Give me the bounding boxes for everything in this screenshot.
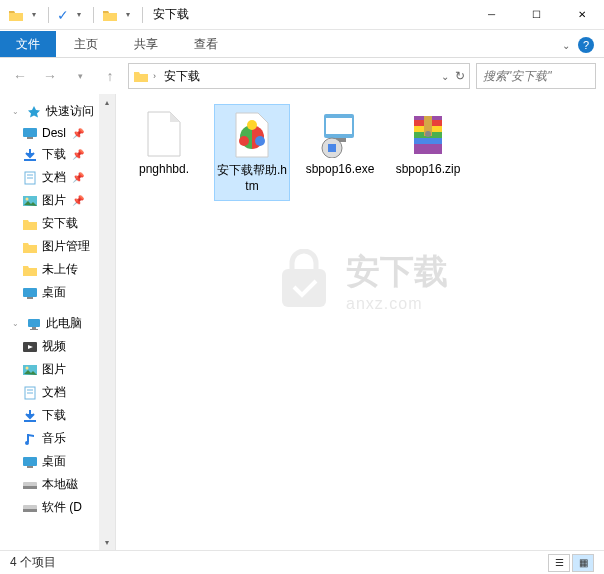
up-button[interactable]: ↑ [98, 64, 122, 88]
chevron-down-icon[interactable]: ⌄ [441, 71, 449, 82]
view-toggle: ☰ ▦ [548, 554, 594, 572]
sidebar-item[interactable]: 下载 [0, 404, 115, 427]
sidebar-item[interactable]: 未上传 [0, 258, 115, 281]
check-icon[interactable]: ✓ [57, 7, 69, 23]
qat-dropdown-icon[interactable]: ▾ [73, 10, 85, 19]
file-item[interactable]: 安下载帮助.htm [214, 104, 290, 201]
tab-view[interactable]: 查看 [176, 31, 236, 57]
scroll-down-icon[interactable]: ▾ [99, 534, 115, 550]
sidebar-item[interactable]: 图片📌 [0, 189, 115, 212]
sidebar-item[interactable]: 桌面 [0, 281, 115, 304]
svg-rect-19 [24, 420, 36, 422]
svg-point-20 [25, 441, 29, 445]
file-label: sbpop16.zip [396, 162, 461, 178]
quick-access-group[interactable]: ⌄快速访问 [0, 100, 115, 123]
svg-rect-43 [282, 269, 326, 307]
sidebar-item[interactable]: 图片 [0, 358, 115, 381]
quick-access-toolbar: ▾ ✓ ▾ ▾ [0, 7, 147, 23]
tab-file[interactable]: 文件 [0, 31, 56, 57]
file-list[interactable]: pnghhbd.安下载帮助.htmsbpop16.exesbpop16.zip … [116, 94, 604, 550]
svg-point-15 [26, 366, 29, 369]
svg-rect-0 [23, 128, 37, 137]
item-count: 4 个项目 [10, 554, 56, 571]
file-item[interactable]: pnghhbd. [126, 104, 202, 201]
sidebar-item[interactable]: 安下载 [0, 212, 115, 235]
svg-rect-21 [23, 457, 37, 466]
expand-ribbon-icon[interactable]: ⌄ [562, 40, 570, 51]
sidebar-item[interactable]: Desl📌 [0, 123, 115, 143]
file-item[interactable]: sbpop16.exe [302, 104, 378, 201]
details-view-button[interactable]: ☰ [548, 554, 570, 572]
svg-rect-22 [27, 466, 33, 468]
this-pc-group[interactable]: ⌄此电脑 [0, 312, 115, 335]
sidebar-item[interactable]: 文档 [0, 381, 115, 404]
folder-icon [133, 69, 149, 83]
blank-icon [140, 110, 188, 158]
svg-point-7 [26, 197, 29, 200]
sidebar-item[interactable]: 音乐 [0, 427, 115, 450]
icons-view-button[interactable]: ▦ [572, 554, 594, 572]
svg-rect-10 [28, 319, 40, 327]
svg-rect-40 [414, 138, 442, 144]
window-controls: ─ ☐ ✕ [469, 0, 604, 30]
svg-rect-35 [328, 144, 336, 152]
file-item[interactable]: sbpop16.zip [390, 104, 466, 201]
svg-rect-2 [24, 159, 36, 161]
separator [93, 7, 94, 23]
sidebar-item[interactable]: 本地磁 [0, 473, 115, 496]
sidebar-item[interactable]: 软件 (D [0, 496, 115, 519]
titlebar: ▾ ✓ ▾ ▾ 安下载 ─ ☐ ✕ [0, 0, 604, 30]
sidebar-item[interactable]: 文档📌 [0, 166, 115, 189]
svg-rect-8 [23, 288, 37, 297]
separator [142, 7, 143, 23]
main-area: ⌄快速访问Desl📌下载📌文档📌图片📌安下载图片管理未上传桌面⌄此电脑视频图片文… [0, 94, 604, 550]
svg-rect-9 [27, 297, 33, 299]
close-button[interactable]: ✕ [559, 0, 604, 30]
sidebar-item[interactable]: 桌面 [0, 450, 115, 473]
svg-rect-32 [326, 118, 352, 134]
search-box[interactable] [476, 63, 596, 89]
folder-icon [8, 8, 24, 22]
forward-button[interactable]: → [38, 64, 62, 88]
watermark: 安下载 anxz.com [272, 249, 448, 313]
svg-rect-11 [32, 327, 36, 329]
file-label: 安下载帮助.htm [217, 163, 287, 194]
breadcrumb-segment[interactable]: 安下载 [160, 66, 204, 87]
help-icon[interactable]: ? [578, 37, 594, 53]
ribbon: 文件 主页 共享 查看 ⌄ ? [0, 30, 604, 58]
minimize-button[interactable]: ─ [469, 0, 514, 30]
navigation-pane: ⌄快速访问Desl📌下载📌文档📌图片📌安下载图片管理未上传桌面⌄此电脑视频图片文… [0, 94, 116, 550]
refresh-icon[interactable]: ↻ [455, 69, 465, 83]
back-button[interactable]: ← [8, 64, 32, 88]
navigation-row: ← → ▾ ↑ › 安下载 ⌄ ↻ [0, 58, 604, 94]
svg-rect-26 [23, 509, 37, 512]
recent-dropdown[interactable]: ▾ [68, 64, 92, 88]
file-label: pnghhbd. [139, 162, 189, 178]
tab-share[interactable]: 共享 [116, 31, 176, 57]
sidebar-item[interactable]: 下载📌 [0, 143, 115, 166]
htm-icon [228, 111, 276, 159]
chevron-right-icon[interactable]: › [153, 71, 156, 81]
separator [48, 7, 49, 23]
sidebar-item[interactable]: 图片管理 [0, 235, 115, 258]
qat-dropdown-icon[interactable]: ▾ [28, 10, 40, 19]
maximize-button[interactable]: ☐ [514, 0, 559, 30]
svg-point-29 [255, 136, 265, 146]
folder-icon [102, 8, 118, 22]
qat-dropdown-icon[interactable]: ▾ [122, 10, 134, 19]
svg-point-30 [239, 136, 249, 146]
svg-rect-1 [27, 137, 33, 139]
search-input[interactable] [483, 69, 589, 83]
tab-home[interactable]: 主页 [56, 31, 116, 57]
sidebar-item[interactable]: 视频 [0, 335, 115, 358]
address-bar[interactable]: › 安下载 ⌄ ↻ [128, 63, 470, 89]
statusbar: 4 个项目 ☰ ▦ [0, 550, 604, 574]
watermark-en: anxz.com [346, 295, 448, 313]
window-title: 安下载 [153, 6, 189, 23]
svg-point-42 [425, 131, 431, 137]
svg-point-28 [247, 120, 257, 130]
scroll-up-icon[interactable]: ▴ [99, 94, 115, 110]
scrollbar[interactable]: ▴ ▾ [99, 94, 115, 550]
zip-icon [404, 110, 452, 158]
file-label: sbpop16.exe [306, 162, 375, 178]
